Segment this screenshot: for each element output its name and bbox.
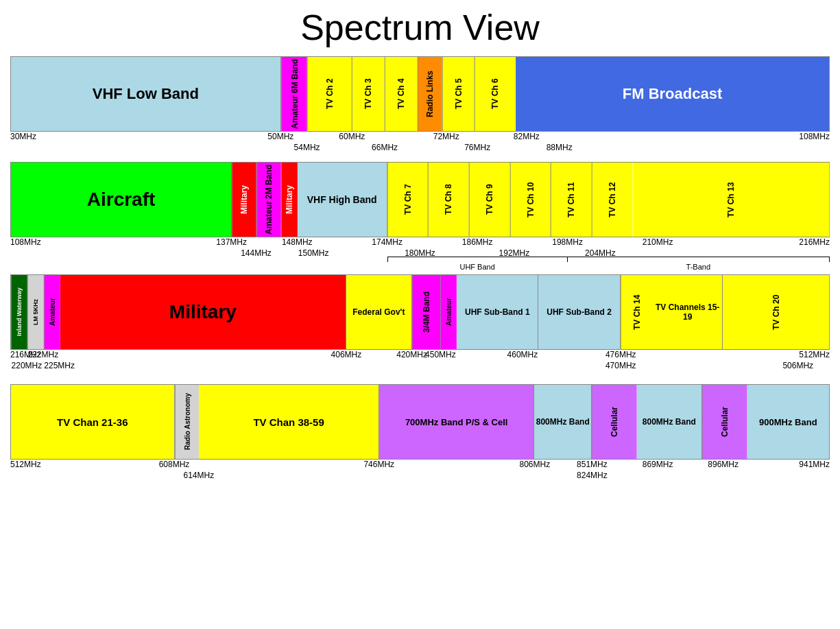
segment-tv9: TV Ch 9 (469, 163, 510, 237)
segment-tv3: TV Ch 3 (352, 57, 385, 131)
segment-800mhz-band2: 800MHz Band (637, 385, 702, 459)
page-title: Spectrum View (10, 7, 830, 48)
freq-72mhz: 72MHz (433, 132, 459, 141)
segment-amateur-r3b: Amateur (440, 275, 457, 349)
freq-66mhz: 66MHz (372, 143, 398, 152)
freq-460mhz: 460MHz (507, 350, 538, 359)
freq-60mhz: 60MHz (339, 132, 365, 141)
segment-tv8: TV Ch 8 (428, 163, 469, 237)
freq-512mhz: 512MHz (799, 350, 830, 359)
band-row-2: Aircraft Military Amateur 2M Band Milita… (10, 162, 830, 237)
segment-tv6: TV Ch 6 (475, 57, 516, 131)
segment-uhf-sub1: UHF Sub-Band 1 (457, 275, 538, 349)
segment-lm5khz: LM 5KHz (27, 275, 44, 349)
segment-amateur-r3: Amateur (44, 275, 60, 349)
segment-900mhz: 900MHz Band (747, 385, 829, 459)
segment-800mhz-band1: 800MHz Band (534, 385, 592, 459)
segment-amateur-6m: Amateur 6M Band (281, 57, 307, 131)
freq-406mhz: 406MHz (331, 350, 362, 359)
segment-tv20: TV Ch 20 (723, 275, 829, 349)
freq-220mhz: 220MHz (12, 361, 43, 370)
freq-150mhz: 150MHz (298, 248, 329, 258)
freq-50mhz: 50MHz (267, 132, 293, 141)
segment-tv7: TV Ch 7 (387, 163, 429, 237)
freq-851mhz: 851MHz (577, 460, 608, 469)
segment-military1: Military (232, 163, 256, 237)
segment-tv5: TV Ch 5 (442, 57, 475, 131)
segment-aircraft: Aircraft (11, 163, 232, 237)
freq-82mhz: 82MHz (514, 132, 540, 141)
freq-470mhz: 470MHz (605, 361, 636, 370)
segment-tv38-59: TV Chan 38-59 (199, 385, 379, 459)
freq-896mhz: 896MHz (708, 460, 739, 469)
freq-746mhz: 746MHz (363, 460, 394, 469)
segment-tv10: TV Ch 10 (510, 163, 551, 237)
segment-military-big: Military (60, 275, 347, 349)
segment-700mhz: 700MHz Band P/S & Cell (379, 385, 535, 459)
segment-tv4: TV Ch 4 (385, 57, 418, 131)
segment-federal-govt: Federal Gov't (346, 275, 411, 349)
segment-cellular1: Cellular (592, 385, 637, 459)
spectrum-container: VHF Low Band Amateur 6M Band TV Ch 2 TV … (10, 56, 830, 488)
segment-34m-band: 3/4M Band (412, 275, 441, 349)
segment-tv2: TV Ch 2 (307, 57, 352, 131)
segment-tv21-36: TV Chan 21-36 (11, 385, 175, 459)
segment-radio-links: Radio Links (418, 57, 442, 131)
freq-225mhz: 225MHz (44, 361, 75, 370)
segment-tv13: TV Ch 13 (633, 163, 829, 237)
freq-137mhz: 137MHz (216, 237, 247, 247)
freq-216mhz-r2: 216MHz (799, 237, 830, 247)
freq-148mhz: 148MHz (282, 237, 313, 247)
segment-fm: FM Broadcast (516, 57, 829, 131)
freq-420mhz: 420MHz (396, 350, 427, 359)
freq-198mhz: 198MHz (552, 237, 583, 247)
freq-88mhz: 88MHz (547, 143, 573, 152)
freq-476mhz: 476MHz (605, 350, 636, 359)
freq-941mhz: 941MHz (799, 460, 830, 469)
freq-76mhz: 76MHz (464, 143, 490, 152)
freq-174mhz: 174MHz (372, 237, 403, 247)
segment-military2: Military (281, 163, 298, 237)
segment-tv15-19: TV Channels 15-19 (653, 275, 722, 349)
freq-54mhz: 54MHz (294, 143, 320, 152)
freq-450mhz: 450MHz (425, 350, 456, 359)
freq-506mhz: 506MHz (782, 361, 813, 370)
segment-uhf-sub2: UHF Sub-Band 2 (538, 275, 620, 349)
segment-cellular2: Cellular (702, 385, 747, 459)
band-row-4: TV Chan 21-36 Radio Astronomy TV Chan 38… (10, 384, 830, 460)
segment-vhf-low: VHF Low Band (11, 57, 281, 131)
freq-144mhz: 144MHz (241, 248, 272, 258)
freq-108mhz-r1: 108MHz (799, 132, 830, 141)
freq-869mhz: 869MHz (643, 460, 673, 469)
segment-vhf-high: VHF High Band (298, 163, 387, 237)
freq-614mhz: 614MHz (184, 471, 215, 480)
band-row-3: Inland Waterway LM 5KHz Amateur Military… (10, 274, 830, 350)
freq-512mhz-r4: 512MHz (10, 460, 41, 469)
segment-tv11: TV Ch 11 (551, 163, 592, 237)
freq-824mhz: 824MHz (577, 471, 608, 480)
segment-radio-astronomy: Radio Astronomy (175, 385, 200, 459)
freq-108mhz: 108MHz (10, 237, 41, 247)
freq-186mhz: 186MHz (462, 237, 493, 247)
band-row-1: VHF Low Band Amateur 6M Band TV Ch 2 TV … (10, 56, 830, 132)
freq-30mhz: 30MHz (10, 132, 36, 141)
freq-222mhz: 222MHz (27, 350, 58, 359)
segment-amateur-2m: Amateur 2M Band (256, 163, 281, 237)
segment-inland: Inland Waterway (11, 275, 27, 349)
freq-608mhz: 608MHz (159, 460, 190, 469)
freq-806mhz: 806MHz (519, 460, 550, 469)
freq-210mhz: 210MHz (643, 237, 673, 247)
segment-tv14: TV Ch 14 (621, 275, 653, 349)
segment-tv12: TV Ch 12 (592, 163, 633, 237)
